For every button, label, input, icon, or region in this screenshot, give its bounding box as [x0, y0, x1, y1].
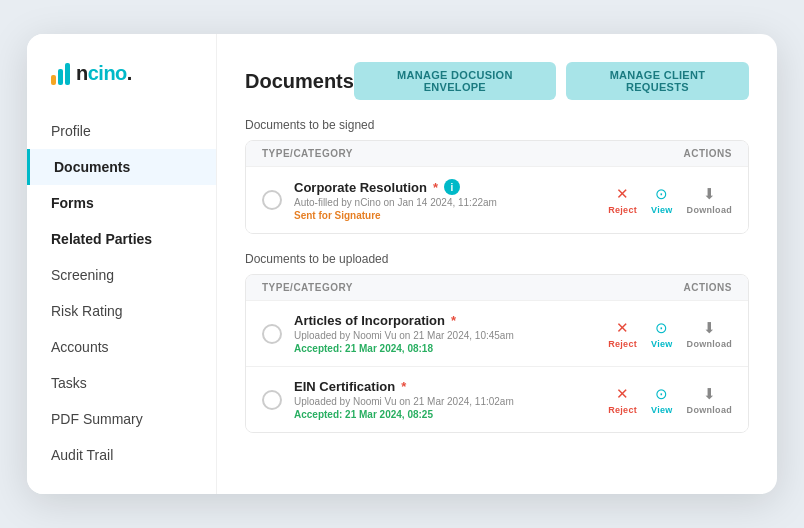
doc-name-text-1: EIN Certification	[294, 379, 395, 394]
doc-row-0: Articles of Incorporation*Uploaded by No…	[246, 300, 748, 366]
action-view-button[interactable]: ⊙View	[651, 185, 673, 215]
required-indicator: *	[433, 180, 438, 195]
logo-bar-2	[58, 69, 63, 85]
reject-icon: ✕	[616, 319, 629, 337]
doc-actions-1: ✕Reject⊙View⬇Download	[608, 385, 732, 415]
sidebar: ncino. ProfileDocumentsFormsRelated Part…	[27, 34, 217, 494]
sidebar-item-pdf-summary[interactable]: PDF Summary	[27, 401, 216, 437]
info-icon[interactable]: i	[444, 179, 460, 195]
table-header-to-be-signed: TYPE/CATEGORYACTIONS	[246, 141, 748, 166]
reject-icon: ✕	[616, 185, 629, 203]
reject-label: Reject	[608, 405, 637, 415]
doc-actions-0: ✕Reject⊙View⬇Download	[608, 185, 732, 215]
logo: ncino.	[27, 62, 216, 113]
sidebar-item-related-parties[interactable]: Related Parties	[27, 221, 216, 257]
action-reject-button[interactable]: ✕Reject	[608, 385, 637, 415]
sidebar-nav: ProfileDocumentsFormsRelated PartiesScre…	[27, 113, 216, 473]
main-content: Documents MANAGE DOCUSION ENVELOPE MANAG…	[217, 34, 777, 494]
section-label-to-be-uploaded: Documents to be uploaded	[245, 252, 749, 266]
action-download-button[interactable]: ⬇Download	[687, 385, 732, 415]
doc-row-1: EIN Certification*Uploaded by Noomi Vu o…	[246, 366, 748, 432]
download-icon: ⬇	[703, 385, 716, 403]
doc-sub-1: Uploaded by Noomi Vu on 21 Mar 2024, 11:…	[294, 396, 608, 407]
doc-name-text-0: Articles of Incorporation	[294, 313, 445, 328]
section-label-to-be-signed: Documents to be signed	[245, 118, 749, 132]
sidebar-item-accounts[interactable]: Accounts	[27, 329, 216, 365]
doc-checkbox[interactable]	[262, 190, 282, 210]
header-buttons: MANAGE DOCUSION ENVELOPE MANAGE CLIENT R…	[354, 62, 749, 100]
doc-status-0: Accepted: 21 Mar 2024, 08:18	[294, 343, 608, 354]
download-label: Download	[687, 405, 732, 415]
main-card: ncino. ProfileDocumentsFormsRelated Part…	[27, 34, 777, 494]
action-download-button[interactable]: ⬇Download	[687, 185, 732, 215]
action-view-button[interactable]: ⊙View	[651, 319, 673, 349]
main-header: Documents MANAGE DOCUSION ENVELOPE MANAG…	[245, 62, 749, 100]
reject-label: Reject	[608, 339, 637, 349]
download-icon: ⬇	[703, 319, 716, 337]
doc-info-0: Corporate Resolution*iAuto-filled by nCi…	[294, 179, 608, 221]
download-label: Download	[687, 339, 732, 349]
section-to-be-signed: Documents to be signedTYPE/CATEGORYACTIO…	[245, 118, 749, 234]
page-title: Documents	[245, 70, 354, 93]
action-download-button[interactable]: ⬇Download	[687, 319, 732, 349]
doc-status-0: Sent for Signature	[294, 210, 608, 221]
doc-sub-0: Uploaded by Noomi Vu on 21 Mar 2024, 10:…	[294, 330, 608, 341]
doc-status-1: Accepted: 21 Mar 2024, 08:25	[294, 409, 608, 420]
view-label: View	[651, 339, 673, 349]
doc-info-0: Articles of Incorporation*Uploaded by No…	[294, 313, 608, 354]
logo-bar-3	[65, 63, 70, 85]
doc-sections: Documents to be signedTYPE/CATEGORYACTIO…	[245, 118, 749, 433]
action-reject-button[interactable]: ✕Reject	[608, 319, 637, 349]
action-view-button[interactable]: ⊙View	[651, 385, 673, 415]
required-indicator: *	[401, 379, 406, 394]
doc-name-0: Corporate Resolution*i	[294, 179, 608, 195]
view-icon: ⊙	[655, 385, 668, 403]
doc-name-text-0: Corporate Resolution	[294, 180, 427, 195]
doc-name-1: EIN Certification*	[294, 379, 608, 394]
logo-text: ncino.	[76, 62, 132, 85]
reject-label: Reject	[608, 205, 637, 215]
col-type: TYPE/CATEGORY	[262, 148, 353, 159]
sidebar-item-audit-trail[interactable]: Audit Trail	[27, 437, 216, 473]
manage-client-button[interactable]: MANAGE CLIENT REQUESTS	[566, 62, 749, 100]
table-header-to-be-uploaded: TYPE/CATEGORYACTIONS	[246, 275, 748, 300]
sidebar-item-forms[interactable]: Forms	[27, 185, 216, 221]
sidebar-item-risk-rating[interactable]: Risk Rating	[27, 293, 216, 329]
doc-table-to-be-signed: TYPE/CATEGORYACTIONSCorporate Resolution…	[245, 140, 749, 234]
doc-actions-0: ✕Reject⊙View⬇Download	[608, 319, 732, 349]
view-label: View	[651, 205, 673, 215]
doc-table-to-be-uploaded: TYPE/CATEGORYACTIONSArticles of Incorpor…	[245, 274, 749, 433]
sidebar-item-screening[interactable]: Screening	[27, 257, 216, 293]
required-indicator: *	[451, 313, 456, 328]
view-icon: ⊙	[655, 319, 668, 337]
col-type: TYPE/CATEGORY	[262, 282, 353, 293]
download-icon: ⬇	[703, 185, 716, 203]
col-actions: ACTIONS	[684, 148, 733, 159]
col-actions: ACTIONS	[684, 282, 733, 293]
view-label: View	[651, 405, 673, 415]
section-to-be-uploaded: Documents to be uploadedTYPE/CATEGORYACT…	[245, 252, 749, 433]
doc-info-1: EIN Certification*Uploaded by Noomi Vu o…	[294, 379, 608, 420]
sidebar-item-documents[interactable]: Documents	[27, 149, 216, 185]
logo-icon	[51, 63, 70, 85]
logo-bar-1	[51, 75, 56, 85]
sidebar-item-profile[interactable]: Profile	[27, 113, 216, 149]
reject-icon: ✕	[616, 385, 629, 403]
sidebar-item-tasks[interactable]: Tasks	[27, 365, 216, 401]
view-icon: ⊙	[655, 185, 668, 203]
doc-checkbox[interactable]	[262, 390, 282, 410]
doc-sub-0: Auto-filled by nCino on Jan 14 2024, 11:…	[294, 197, 608, 208]
download-label: Download	[687, 205, 732, 215]
doc-checkbox[interactable]	[262, 324, 282, 344]
action-reject-button[interactable]: ✕Reject	[608, 185, 637, 215]
doc-name-0: Articles of Incorporation*	[294, 313, 608, 328]
doc-row-0: Corporate Resolution*iAuto-filled by nCi…	[246, 166, 748, 233]
manage-docusign-button[interactable]: MANAGE DOCUSION ENVELOPE	[354, 62, 556, 100]
